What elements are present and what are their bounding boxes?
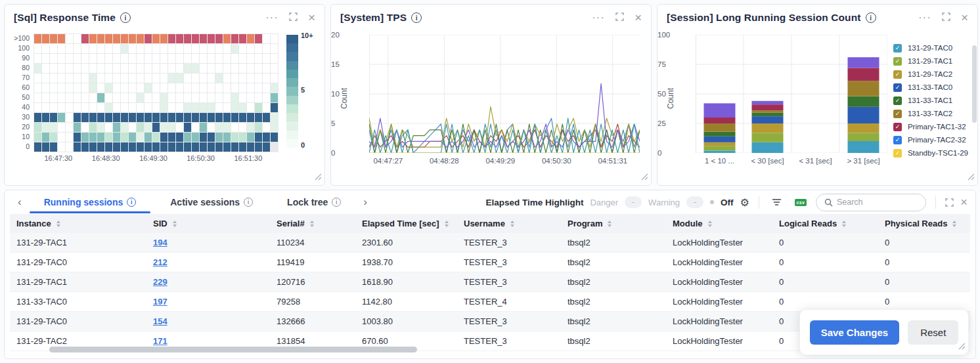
heatmap-cell[interactable] [239,83,246,93]
heatmap-cell[interactable] [58,34,65,43]
heatmap-cell[interactable] [168,44,175,53]
heatmap-cell[interactable] [145,93,152,102]
sid-link[interactable]: 197 [153,297,167,307]
heatmap-cell[interactable] [152,83,160,93]
heatmap-cell[interactable] [208,34,215,43]
heatmap-cell[interactable] [137,103,144,112]
heatmap-cell[interactable] [255,133,262,142]
heatmap-cell[interactable] [255,123,262,132]
heatmap-cell[interactable] [160,103,167,112]
heatmap-cell[interactable] [215,34,223,43]
heatmap-cell[interactable] [168,113,175,122]
legend-checkbox[interactable]: ✓ [893,57,902,66]
heatmap-cell[interactable] [74,54,81,63]
heatmap-cell[interactable] [239,34,246,43]
heatmap-cell[interactable] [208,142,215,152]
heatmap-cell[interactable] [50,34,57,43]
heatmap-cell[interactable] [105,142,112,152]
heatmap-cell[interactable] [81,74,89,83]
heatmap-cell[interactable] [271,64,278,73]
table-row[interactable]: 131-29-TAC12291207161618.90TESTER_3tbsql… [10,272,970,292]
heatmap-cell[interactable] [145,44,152,53]
heatmap-cell[interactable] [121,74,128,83]
legend-checkbox[interactable]: ✓ [893,70,902,79]
heatmap-cell[interactable] [58,142,65,152]
heatmap-cell[interactable] [97,123,104,132]
bar-segment[interactable] [752,133,784,142]
heatmap-cell[interactable] [81,34,89,43]
heatmap-cell[interactable] [255,142,262,152]
heatmap-cell[interactable] [239,103,246,112]
heatmap-cell[interactable] [105,93,112,102]
heatmap-cell[interactable] [200,133,207,142]
heatmap-cell[interactable] [223,133,231,142]
heatmap-cell[interactable] [200,123,207,132]
heatmap-cell[interactable] [231,34,238,43]
legend-item[interactable]: ✓Primary-TAC1-32 [893,120,968,133]
heatmap-cell[interactable] [184,93,191,102]
heatmap-cell[interactable] [121,103,128,112]
heatmap-cell[interactable] [129,54,136,63]
heatmap-cell[interactable] [34,103,41,112]
heatmap-cell[interactable] [58,54,65,63]
heatmap-cell[interactable] [192,103,199,112]
legend-checkbox[interactable]: ✓ [893,44,902,53]
heatmap-cell[interactable] [247,103,254,112]
heatmap-cell[interactable] [231,123,238,132]
heatmap-cell[interactable] [105,123,112,132]
heatmap-cell[interactable] [208,64,215,73]
heatmap-cell[interactable] [208,44,215,53]
heatmap-cell[interactable] [200,54,207,63]
heatmap-cell[interactable] [97,74,104,83]
heatmap-cell[interactable] [74,123,81,132]
heatmap-cell[interactable] [215,83,223,93]
heatmap-cell[interactable] [137,83,144,93]
heatmap-cell[interactable] [152,133,160,142]
heatmap-cell[interactable] [34,64,41,73]
heatmap-cell[interactable] [137,44,144,53]
heatmap-cell[interactable] [215,93,223,102]
heatmap-cell[interactable] [50,123,57,132]
heatmap-cell[interactable] [50,93,57,102]
heatmap-cell[interactable] [255,64,262,73]
search-input[interactable] [837,198,916,207]
heatmap-cell[interactable] [129,93,136,102]
heatmap-cell[interactable] [176,123,183,132]
heatmap-cell[interactable] [81,64,89,73]
heatmap-cell[interactable] [247,64,254,73]
heatmap-cell[interactable] [58,133,65,142]
heatmap-cell[interactable] [74,93,81,102]
heatmap-cell[interactable] [223,113,231,122]
heatmap-cell[interactable] [97,44,104,53]
heatmap-cell[interactable] [137,93,144,102]
heatmap-cell[interactable] [113,64,120,73]
bar-segment[interactable] [848,123,880,133]
legend-checkbox[interactable]: ✓ [893,149,902,158]
heatmap-cell[interactable] [215,113,223,122]
heatmap-cell[interactable] [58,123,65,132]
heatmap-cell[interactable] [34,113,41,122]
heatmap-cell[interactable] [247,93,254,102]
info-icon[interactable]: i [120,12,131,23]
heatmap-cell[interactable] [66,113,73,122]
heatmap-cell[interactable] [89,93,97,102]
heatmap-cell[interactable] [74,113,81,122]
heatmap-cell[interactable] [176,142,183,152]
heatmap-cell[interactable] [42,54,49,63]
heatmap-cell[interactable] [271,54,278,63]
heatmap-cell[interactable] [152,54,160,63]
heatmap-cell[interactable] [66,83,73,93]
heatmap-cell[interactable] [137,54,144,63]
heatmap-cell[interactable] [121,133,128,142]
legend-item[interactable]: ✓131-33-TAC0 [893,81,968,94]
heatmap-cell[interactable] [184,103,191,112]
heatmap-cell[interactable] [184,34,191,43]
heatmap-cell[interactable] [184,64,191,73]
bar-segment[interactable] [848,133,880,141]
heatmap-cell[interactable] [192,64,199,73]
heatmap-cell[interactable] [168,103,175,112]
heatmap-cell[interactable] [42,103,49,112]
sort-icon[interactable] [310,221,314,227]
heatmap-cell[interactable] [50,83,57,93]
filter-icon[interactable] [768,194,786,210]
